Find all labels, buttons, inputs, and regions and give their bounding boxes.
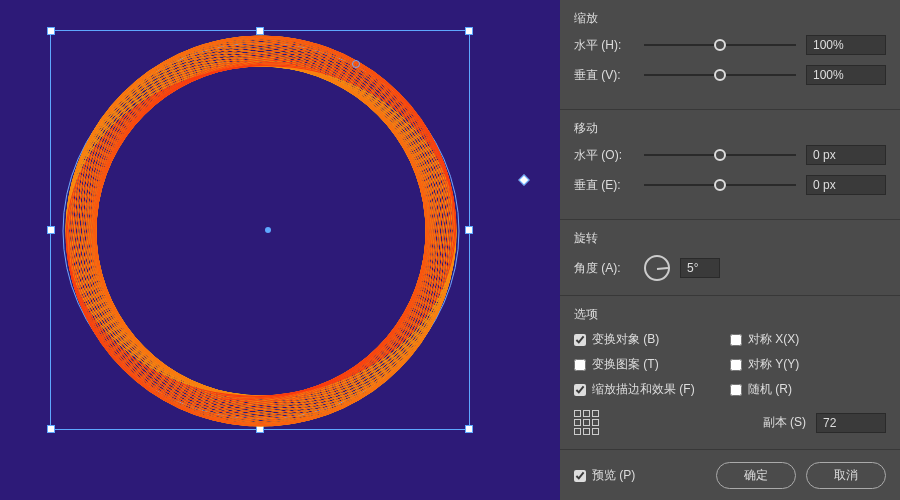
move-v-slider[interactable] <box>644 184 796 186</box>
scale-v-input[interactable] <box>806 65 886 85</box>
anchor-point[interactable] <box>518 174 529 185</box>
reference-point-grid[interactable] <box>574 410 599 435</box>
svg-point-16 <box>51 0 471 462</box>
svg-point-37 <box>66 66 456 396</box>
move-v-label: 垂直 (E): <box>574 177 634 194</box>
svg-point-57 <box>65 10 458 451</box>
svg-point-35 <box>40 35 481 428</box>
reflect-x-checkbox[interactable]: 对称 X(X) <box>730 331 886 348</box>
transform-object-checkbox[interactable]: 变换对象 (B) <box>574 331 730 348</box>
copies-input[interactable] <box>816 413 886 433</box>
cancel-button[interactable]: 取消 <box>806 462 886 489</box>
random-checkbox[interactable]: 随机 (R) <box>730 381 886 398</box>
selection-bounding-box[interactable] <box>50 30 470 430</box>
scale-h-input[interactable] <box>806 35 886 55</box>
svg-point-42 <box>15 0 508 463</box>
scale-section-title: 缩放 <box>574 10 886 27</box>
angle-input[interactable] <box>680 258 720 278</box>
spirograph-artwork <box>51 31 471 431</box>
svg-point-53 <box>65 10 458 451</box>
rotation-indicator <box>352 60 360 68</box>
svg-point-40 <box>30 21 492 441</box>
copies-label: 副本 (S) <box>763 414 806 431</box>
svg-point-21 <box>65 10 458 451</box>
scale-v-label: 垂直 (V): <box>574 67 634 84</box>
move-h-slider[interactable] <box>644 154 796 156</box>
canvas-artboard[interactable] <box>0 0 560 500</box>
svg-point-14 <box>29 0 493 477</box>
transform-each-panel: 缩放 水平 (H): 垂直 (V): 移动 水平 (O): 垂直 (E): 旋转… <box>560 0 900 500</box>
move-v-input[interactable] <box>806 175 886 195</box>
ok-button[interactable]: 确定 <box>716 462 796 489</box>
rotate-section-title: 旋转 <box>574 230 886 247</box>
svg-point-3 <box>40 35 481 428</box>
svg-point-52 <box>51 0 471 462</box>
options-section-title: 选项 <box>574 306 886 323</box>
svg-point-6 <box>15 0 508 463</box>
scale-v-slider[interactable] <box>644 74 796 76</box>
preview-checkbox[interactable]: 预览 (P) <box>574 467 635 484</box>
svg-point-50 <box>29 0 493 477</box>
svg-point-19 <box>96 36 426 426</box>
svg-point-68 <box>15 0 508 463</box>
svg-point-39 <box>40 35 481 428</box>
svg-point-32 <box>15 0 508 463</box>
svg-point-70 <box>30 21 492 441</box>
move-h-label: 水平 (O): <box>574 147 634 164</box>
svg-point-24 <box>29 0 493 477</box>
move-h-input[interactable] <box>806 145 886 165</box>
scale-h-label: 水平 (H): <box>574 37 634 54</box>
transform-pattern-checkbox[interactable]: 变换图案 (T) <box>574 356 730 373</box>
center-point <box>265 227 271 233</box>
svg-point-71 <box>40 35 481 428</box>
svg-point-55 <box>96 36 426 426</box>
svg-point-34 <box>30 21 492 441</box>
svg-point-4 <box>30 21 492 441</box>
angle-dial[interactable] <box>644 255 670 281</box>
svg-point-60 <box>29 0 493 477</box>
scale-strokes-checkbox[interactable]: 缩放描边和效果 (F) <box>574 381 730 398</box>
reflect-y-checkbox[interactable]: 对称 Y(Y) <box>730 356 886 373</box>
angle-label: 角度 (A): <box>574 260 634 277</box>
svg-point-58 <box>51 0 471 462</box>
scale-h-slider[interactable] <box>644 44 796 46</box>
svg-point-17 <box>65 10 458 451</box>
svg-point-1 <box>66 66 456 396</box>
move-section-title: 移动 <box>574 120 886 137</box>
svg-point-22 <box>51 0 471 462</box>
